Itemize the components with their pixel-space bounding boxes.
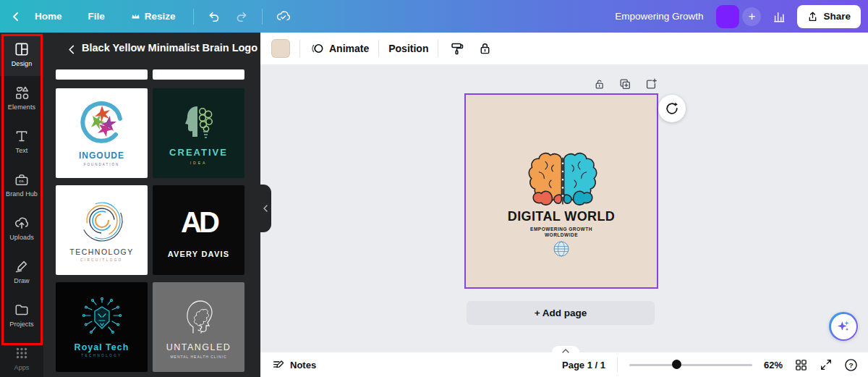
template-thumbnail-ingoude[interactable]: INGOUDE FOUNDATION — [56, 88, 148, 178]
design-icon — [14, 41, 30, 57]
resize-label: Resize — [145, 11, 176, 22]
context-toolbar: Animate Position — [260, 33, 868, 64]
thumbnail-title: TECHNOLOGY — [69, 247, 134, 256]
template-thumbnail-royal-tech[interactable]: Royal Tech TECHNOLOGY — [56, 282, 148, 372]
design-tagline-line2[interactable]: WORLDWIDE — [466, 232, 657, 237]
template-thumbnail-technology[interactable]: TECHNOLOGY CIRCUITLOGO — [56, 185, 148, 275]
sidebar-label: Uploads — [9, 234, 34, 241]
sidebar-item-elements[interactable]: Elements — [0, 76, 43, 119]
svg-text:co.: co. — [19, 179, 25, 183]
duplicate-page-icon[interactable] — [618, 77, 631, 90]
monogram-text: AD — [181, 206, 219, 238]
collapse-bottombar-tab[interactable] — [552, 346, 579, 353]
sidebar-item-text[interactable]: Text — [0, 119, 43, 163]
divider — [378, 40, 379, 57]
document-title[interactable]: Empowering Growth — [615, 11, 703, 22]
fullscreen-icon[interactable] — [820, 358, 833, 371]
divider — [617, 357, 618, 372]
design-panel: Black Yellow Minimalist Brain Logo INGOU… — [43, 33, 260, 377]
globe-icon[interactable] — [553, 240, 570, 258]
paint-roller-icon[interactable] — [450, 41, 464, 56]
thumbnail-subtitle: MENTAL HEALTH CLINIC — [170, 355, 226, 359]
sidebar-item-uploads[interactable]: Uploads — [0, 206, 43, 250]
topbar: Home File Resize Empowering Growth + — [0, 0, 868, 33]
add-page-icon[interactable] — [644, 77, 658, 90]
file-label: File — [88, 11, 105, 22]
panel-back-icon[interactable] — [67, 44, 77, 55]
zoom-slider-thumb[interactable] — [672, 360, 681, 369]
template-thumbnail-untangled[interactable]: UNTANGLED MENTAL HEALTH CLINIC — [153, 282, 244, 372]
unlock-page-icon[interactable] — [593, 77, 605, 90]
design-title-text[interactable]: DIGITAL WORLD — [466, 209, 657, 224]
home-button[interactable]: Home — [27, 7, 69, 26]
avatar[interactable] — [716, 5, 739, 28]
chevron-left-icon — [263, 205, 268, 212]
add-page-button[interactable]: + Add page — [467, 301, 655, 325]
lock-icon[interactable] — [478, 41, 492, 56]
sidebar-label: Draw — [14, 277, 29, 284]
back-chevron-icon[interactable] — [10, 11, 22, 22]
divider — [262, 9, 263, 25]
workspace: DIGITAL WORLD EMPOWERING GROWTH WORLDWID… — [260, 64, 868, 352]
sidebar-item-brand-hub[interactable]: co. Brand Hub — [0, 163, 43, 206]
share-button[interactable]: Share — [797, 5, 861, 28]
design-tagline-line1[interactable]: EMPOWERING GROWTH — [466, 226, 657, 232]
zoom-slider[interactable] — [629, 360, 752, 370]
bottombar: Notes Page 1 / 1 62% ? — [260, 352, 868, 377]
animate-label: Animate — [329, 43, 369, 54]
file-button[interactable]: File — [81, 7, 112, 26]
background-color-swatch[interactable] — [271, 39, 290, 58]
template-thumbnail-partial[interactable] — [56, 69, 148, 80]
apps-icon — [14, 345, 30, 361]
position-button[interactable]: Position — [388, 43, 428, 54]
thumbnail-title: UNTANGLED — [166, 342, 231, 352]
sidebar-label: Brand Hub — [6, 190, 38, 198]
zoom-percent[interactable]: 62% — [764, 360, 783, 370]
text-icon — [14, 128, 30, 144]
notes-button[interactable]: Notes — [272, 358, 316, 371]
sidebar-item-projects[interactable]: Projects — [0, 293, 43, 336]
help-icon[interactable]: ? — [844, 358, 858, 372]
divider — [193, 9, 194, 25]
comment-button[interactable] — [658, 95, 686, 122]
design-page[interactable]: DIGITAL WORLD EMPOWERING GROWTH WORLDWID… — [466, 95, 657, 287]
panel-collapse-handle[interactable] — [259, 185, 271, 232]
redo-icon[interactable] — [228, 5, 256, 27]
comment-refresh-icon — [665, 101, 679, 116]
share-icon — [807, 11, 818, 22]
zoom-slider-track[interactable] — [629, 364, 752, 366]
thumbnail-subtitle: TECHNOLOGY — [81, 354, 122, 357]
position-label: Position — [388, 43, 428, 54]
resize-button[interactable]: Resize — [124, 7, 183, 26]
thumbnail-subtitle: IDEA — [190, 161, 208, 165]
undo-icon[interactable] — [200, 5, 228, 27]
add-member-button[interactable]: + — [742, 7, 761, 26]
template-thumbnail-avery-davis[interactable]: AD AVERY DAVIS — [153, 185, 244, 275]
panel-title: Black Yellow Minimalist Brain Logo — [82, 42, 258, 54]
grid-view-icon[interactable] — [794, 358, 808, 372]
sidebar-label: Projects — [9, 321, 33, 328]
projects-icon — [14, 302, 30, 318]
uploads-icon — [14, 215, 30, 231]
sidebar-item-design[interactable]: Design — [0, 33, 43, 76]
sidebar-item-apps[interactable]: Apps — [0, 336, 43, 377]
template-thumbnail-partial[interactable] — [153, 69, 244, 80]
notes-icon — [272, 358, 285, 371]
design-page-selected[interactable]: DIGITAL WORLD EMPOWERING GROWTH WORLDWID… — [464, 93, 658, 289]
divider — [299, 40, 300, 57]
cloud-save-icon[interactable] — [268, 4, 298, 28]
insights-icon[interactable] — [768, 6, 790, 27]
sidebar: Design Elements Text co. Brand Hub Uploa… — [0, 33, 43, 377]
template-thumbnail-creative-idea[interactable]: CREATIVE IDEA — [153, 88, 244, 178]
share-label: Share — [823, 11, 851, 22]
brain-logo-graphic[interactable] — [528, 148, 597, 212]
chevron-up-icon — [562, 349, 569, 353]
draw-icon — [14, 258, 30, 274]
thumbnail-subtitle: FOUNDATION — [84, 163, 119, 166]
divider — [438, 40, 438, 57]
page-indicator[interactable]: Page 1 / 1 — [562, 360, 605, 370]
animate-button[interactable]: Animate — [310, 41, 369, 56]
assistant-button[interactable] — [829, 312, 858, 341]
sidebar-item-draw[interactable]: Draw — [0, 250, 43, 293]
technology-logo-graphic — [77, 198, 127, 246]
